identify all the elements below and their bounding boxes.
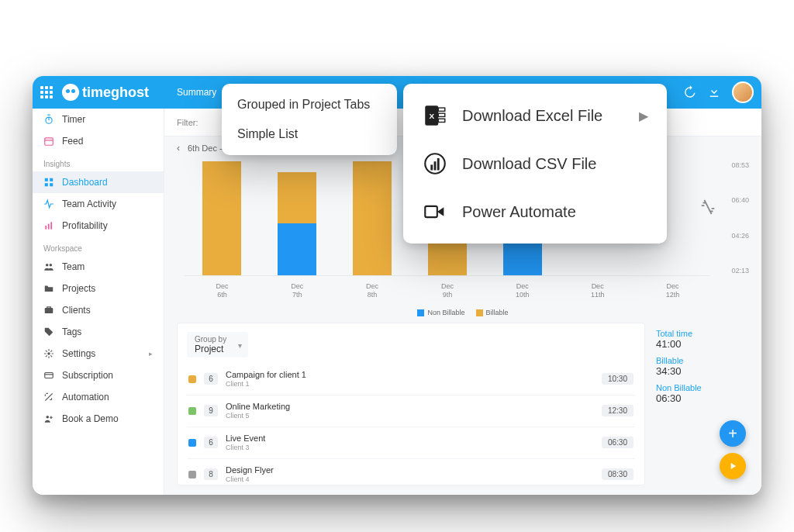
- summary-billable-value: 34:30: [656, 365, 749, 377]
- svg-rect-23: [437, 158, 440, 171]
- sidebar-label-dashboard: Dashboard: [62, 177, 108, 188]
- tag-icon: [43, 326, 54, 337]
- sidebar-section-workspace: Workspace: [33, 237, 164, 256]
- project-row[interactable]: 9 Online MarketingClient 5 12:30: [187, 395, 635, 427]
- svg-rect-3: [50, 178, 53, 181]
- project-row[interactable]: 8 Design FlyerClient 4 08:30: [187, 458, 635, 485]
- project-count: 6: [204, 373, 218, 385]
- group-by-value: Project: [195, 344, 226, 354]
- menu-item-download-csv[interactable]: Download CSV File: [403, 140, 667, 188]
- project-row[interactable]: 6 Live EventClient 3 06:30: [187, 427, 635, 458]
- sidebar-label-profitability: Profitability: [62, 220, 108, 231]
- clients-icon: [43, 305, 54, 316]
- team-icon: [43, 261, 54, 272]
- project-time: 10:30: [602, 373, 633, 385]
- project-name: Campaign for client 1: [226, 370, 594, 380]
- project-row[interactable]: 6 Campaign for client 1Client 1 10:30: [187, 364, 635, 395]
- folder-icon: [43, 283, 54, 294]
- profitability-icon: [43, 220, 54, 231]
- project-count: 8: [204, 468, 218, 480]
- project-list-pane: Group by Project 6 Campaign for client 1…: [177, 323, 645, 485]
- project-name: Design Flyer: [226, 465, 594, 475]
- apps-grid-icon[interactable]: [40, 86, 53, 98]
- group-by-label: Group by: [195, 335, 226, 344]
- sidebar-item-clients[interactable]: Clients: [33, 299, 164, 321]
- svg-rect-6: [45, 226, 47, 230]
- summary-billable-label: Billable: [656, 356, 749, 365]
- timer-icon: [43, 114, 54, 125]
- sidebar-item-book-demo[interactable]: Book a Demo: [33, 408, 164, 430]
- history-icon[interactable]: [682, 85, 696, 99]
- add-fab[interactable]: +: [720, 420, 746, 447]
- app-logo: timeghost: [62, 84, 149, 101]
- sidebar-item-settings[interactable]: Settings▸: [33, 343, 164, 364]
- y-tick: 08:53: [718, 161, 749, 169]
- subscription-icon: [43, 370, 54, 381]
- csv-icon: [422, 150, 448, 177]
- tool-icon[interactable]: [699, 199, 716, 216]
- sidebar-item-timer[interactable]: Timer: [33, 109, 164, 130]
- summary-total-value: 41:00: [656, 338, 749, 350]
- svg-rect-13: [45, 373, 54, 378]
- calendar-icon: [43, 136, 54, 147]
- download-icon[interactable]: [707, 85, 721, 99]
- sidebar-item-projects[interactable]: Projects: [33, 278, 164, 299]
- export-format-menu: X Download Excel File ▶ Download CSV Fil…: [403, 84, 667, 244]
- sidebar-section-insights: Insights: [33, 152, 164, 171]
- project-client: Client 3: [226, 444, 594, 452]
- svg-rect-1: [45, 138, 54, 145]
- demo-icon: [43, 413, 54, 424]
- project-color-swatch: [188, 439, 196, 447]
- sidebar-label-projects: Projects: [62, 283, 95, 294]
- sidebar-item-dashboard[interactable]: Dashboard: [33, 171, 164, 193]
- svg-point-12: [47, 352, 50, 355]
- menu-item-power-automate[interactable]: Power Automate: [403, 188, 667, 236]
- menu-item-grouped-tabs[interactable]: Grouped in Project Tabs: [222, 90, 397, 119]
- date-prev-icon[interactable]: ‹: [177, 143, 180, 154]
- sidebar-label-team: Team: [62, 261, 85, 272]
- svg-rect-4: [45, 183, 48, 186]
- sidebar-item-automation[interactable]: Automation: [33, 386, 164, 408]
- x-tick: Dec8th: [353, 282, 392, 299]
- tab-summary[interactable]: Summary: [177, 87, 216, 98]
- sidebar-item-team-activity[interactable]: Team Activity: [33, 193, 164, 215]
- user-avatar[interactable]: [732, 81, 754, 103]
- menu-item-simple-list[interactable]: Simple List: [222, 119, 397, 149]
- header-tabs: Summary: [177, 87, 216, 98]
- project-name: Live Event: [226, 434, 594, 444]
- sidebar-label-team-activity: Team Activity: [62, 199, 116, 209]
- sidebar-label-timer: Timer: [62, 114, 85, 125]
- svg-rect-17: [438, 108, 445, 111]
- summary-nonbillable-label: Non Billable: [656, 383, 749, 392]
- svg-rect-2: [45, 178, 48, 181]
- sidebar-item-team[interactable]: Team: [33, 256, 164, 278]
- sidebar-item-profitability[interactable]: Profitability: [33, 215, 164, 237]
- y-tick: 04:26: [718, 232, 749, 240]
- project-time: 08:30: [602, 468, 633, 480]
- svg-point-10: [50, 264, 53, 267]
- sidebar-label-clients: Clients: [62, 305, 91, 316]
- play-fab[interactable]: [720, 453, 746, 479]
- x-tick: Dec10th: [503, 282, 542, 299]
- sidebar-item-tags[interactable]: Tags: [33, 321, 164, 343]
- project-name: Online Marketing: [226, 402, 594, 412]
- sidebar-item-feed[interactable]: Feed: [33, 130, 164, 152]
- menu-item-download-excel[interactable]: X Download Excel File ▶: [403, 92, 667, 140]
- activity-icon: [43, 199, 54, 209]
- sidebar-item-subscription[interactable]: Subscription: [33, 364, 164, 386]
- sidebar-label-book-demo: Book a Demo: [62, 413, 119, 424]
- svg-rect-21: [430, 164, 433, 170]
- sidebar: Timer Feed Insights Dashboard Team Activ…: [33, 109, 164, 495]
- group-by-select[interactable]: Group by Project: [187, 332, 248, 358]
- svg-rect-7: [48, 224, 50, 230]
- power-automate-icon: [422, 199, 448, 225]
- sidebar-label-feed: Feed: [62, 136, 83, 147]
- x-tick: Dec12th: [653, 282, 692, 299]
- summary-total-label: Total time: [656, 329, 749, 338]
- x-tick: Dec9th: [428, 282, 467, 299]
- chart-bar: [202, 161, 241, 275]
- x-tick: Dec7th: [278, 282, 316, 299]
- svg-point-14: [47, 416, 50, 419]
- svg-text:X: X: [429, 112, 434, 120]
- project-count: 9: [204, 405, 218, 416]
